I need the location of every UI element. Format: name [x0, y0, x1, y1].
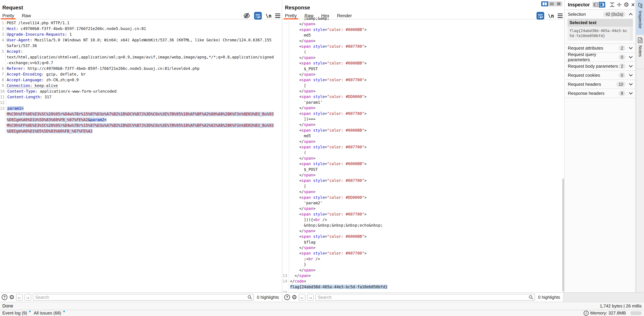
code-line: <span style="color: #007700">	[282, 251, 564, 256]
dock-left-icon[interactable]	[592, 2, 599, 7]
code-line: 1POST /level114.php HTTP/1.1	[0, 20, 282, 26]
inspector-section-request-attributes[interactable]: Request attributes2	[565, 44, 635, 53]
chevron-up-icon[interactable]	[628, 13, 633, 16]
editor-layout-toggle	[541, 1, 562, 6]
event-log-button[interactable]: Event log (9)	[2, 311, 29, 316]
line-number	[282, 251, 289, 256]
line-number	[282, 27, 289, 32]
code-line: Safari/537.36	[0, 43, 282, 49]
code-line: $_POST	[282, 66, 564, 72]
newline-icon[interactable]: \n	[266, 13, 272, 19]
line-number	[282, 128, 289, 133]
side-tab-inspector[interactable]: Inspector	[636, 0, 644, 35]
line-number	[282, 239, 289, 245]
code-line: <span style="color: #007700">	[282, 144, 564, 150]
rows-layout-icon[interactable]	[548, 1, 555, 6]
memory-text: Memory: 327.8MB	[590, 311, 626, 316]
line-number	[0, 117, 6, 123]
menu-icon[interactable]	[275, 13, 280, 18]
line-number	[282, 206, 289, 211]
code-line: 6Referer: http://c49700b8-f3ff-4beb-859f…	[0, 66, 282, 71]
section-count-badge: 0	[618, 73, 626, 78]
all-issues-button[interactable]: All issues (68)	[34, 311, 64, 316]
section-label: Request headers	[568, 82, 616, 87]
burp-repeater-window: Request PrettyRaw \n 1POST /level114.php…	[0, 0, 644, 316]
line-number	[282, 49, 289, 55]
code-line: 10Content-Type: application/x-www-form-u…	[0, 88, 282, 94]
code-line: </span>	[282, 88, 564, 94]
code-line: %D8Igm%A0%D1U%5D%83%60%FB_%07%FE%A2&para…	[0, 117, 282, 123]
help-icon[interactable]: ?	[2, 294, 8, 300]
chevron-down-icon[interactable]	[628, 92, 633, 95]
gear-icon[interactable]: ⚙	[292, 294, 297, 300]
code-line: <span style="color: #007700">	[282, 211, 564, 217]
line-number	[282, 94, 289, 100]
chevron-down-icon[interactable]	[628, 74, 633, 77]
section-label: Response headers	[568, 91, 618, 96]
code-line: </span>	[282, 206, 564, 211]
columns-layout-icon[interactable]	[541, 1, 548, 6]
search-input[interactable]	[33, 294, 254, 301]
line-number	[282, 88, 289, 94]
line-number	[0, 60, 6, 66]
expand-all-icon[interactable]	[610, 2, 615, 7]
inspector-section-request-headers[interactable]: Request headers10	[565, 80, 635, 89]
search-input[interactable]	[316, 294, 535, 301]
response-search-bar: ? ⚙ ← → 0 highlights	[282, 292, 564, 302]
tab-pretty[interactable]: Pretty	[2, 12, 14, 19]
close-icon[interactable]: ×	[631, 2, 635, 7]
event-log-notification-dot	[29, 311, 31, 312]
line-number	[282, 72, 289, 77]
inspector-section-response-headers[interactable]: Response headers8	[565, 89, 635, 98]
inspector-section-request-query-parameters[interactable]: Request query parameters0	[565, 53, 635, 62]
code-line: 12	[0, 100, 282, 106]
collapse-all-icon[interactable]	[617, 2, 622, 7]
request-editor[interactable]: 1POST /level114.php HTTP/1.12Host: c4970…	[0, 19, 282, 292]
line-number: 1	[0, 20, 6, 26]
response-scrollbar[interactable]	[562, 178, 564, 292]
chevron-down-icon[interactable]	[628, 47, 633, 50]
wrap-lines-icon[interactable]	[254, 12, 262, 19]
dock-right-icon[interactable]	[599, 2, 605, 7]
code-line: 14</code>	[282, 279, 564, 284]
line-number: 12	[0, 100, 6, 106]
inspector-section-request-body-parameters[interactable]: Request body parameters2	[565, 62, 635, 71]
section-label: Request body parameters	[568, 64, 618, 69]
response-editor[interactable]: ]&amp;&amp;</span><span style="color: #0…	[282, 16, 564, 292]
tab-raw[interactable]: Raw	[22, 12, 31, 19]
code-line: flag{24abd38d-465a-44e3-bc5d-fa10eb050bf…	[282, 284, 564, 290]
selection-badge: 42 (0x2a)	[603, 11, 626, 17]
line-number	[0, 123, 6, 128]
help-icon[interactable]: ?	[284, 294, 290, 300]
single-layout-icon[interactable]	[555, 1, 562, 6]
line-number	[282, 44, 289, 49]
side-tab-notes[interactable]: Notes	[636, 35, 644, 69]
line-number	[282, 167, 289, 172]
section-label: Request query parameters	[568, 52, 618, 62]
chevron-down-icon[interactable]	[628, 56, 633, 59]
next-match-button[interactable]: →	[307, 294, 314, 301]
section-label: Request attributes	[568, 45, 618, 51]
line-number	[282, 223, 289, 228]
inspector-section-request-cookies[interactable]: Request cookies0	[565, 71, 635, 80]
code-line: ]&amp;&amp;	[282, 16, 564, 21]
next-match-button[interactable]: →	[24, 294, 31, 301]
code-line: </span>	[282, 267, 564, 273]
selected-text-box: Selected text flag{24abd38d-465a-44e3-bc…	[568, 19, 633, 41]
gear-icon[interactable]: ⚙	[624, 2, 629, 7]
prev-match-button[interactable]: ←	[16, 294, 23, 301]
highlight-count: 0 highlights	[537, 295, 562, 300]
line-number: 13	[0, 106, 6, 111]
line-number	[282, 245, 289, 251]
code-line: <span style="color: #007700">	[282, 44, 564, 49]
prev-match-button[interactable]: ←	[299, 294, 306, 301]
chevron-down-icon[interactable]	[628, 65, 633, 68]
eye-hidden-icon[interactable]	[243, 12, 250, 19]
section-label: Request cookies	[568, 73, 618, 78]
line-number	[282, 228, 289, 234]
gear-icon[interactable]: ⚙	[9, 294, 14, 300]
line-number	[282, 183, 289, 189]
request-panel-title: Request	[0, 0, 282, 11]
response-panel-title: Response	[282, 0, 564, 11]
chevron-down-icon[interactable]	[628, 83, 633, 86]
